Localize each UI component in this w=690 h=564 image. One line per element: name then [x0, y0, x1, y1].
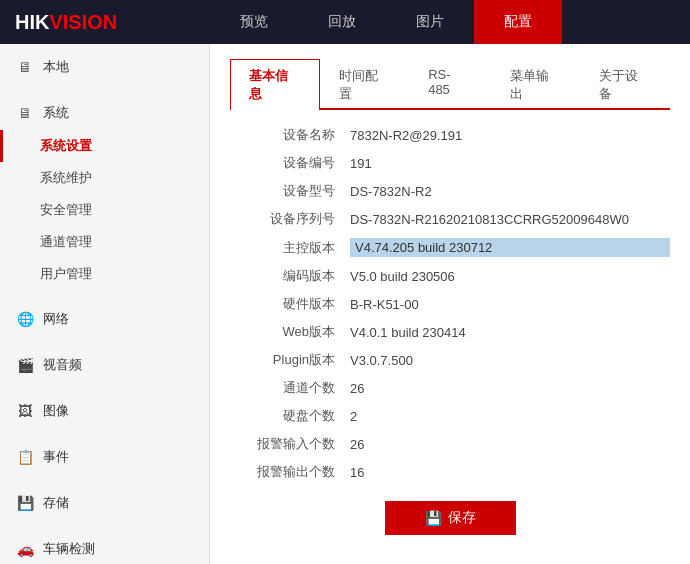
info-row-device-no: 设备编号191	[230, 154, 670, 172]
tab-time[interactable]: 时间配置	[320, 59, 410, 110]
sidebar-sub-item-user-management[interactable]: 用户管理	[0, 258, 209, 290]
tab-about[interactable]: 关于设备	[580, 59, 670, 110]
info-row-encode-version: 编码版本V5.0 build 230506	[230, 267, 670, 285]
info-value-hardware-version: B-R-K51-00	[350, 297, 670, 312]
sidebar-sub-item-security-management[interactable]: 安全管理	[0, 194, 209, 226]
info-row-device-name: 设备名称7832N-R2@29.191	[230, 126, 670, 144]
logo-hik: HIK	[15, 11, 49, 34]
info-label-hardware-version: 硬件版本	[230, 295, 350, 313]
vehicle-icon: 🚗	[15, 541, 35, 557]
info-label-alarm-output: 报警输出个数	[230, 463, 350, 481]
sidebar-group-vehicle: 🚗车辆检测	[0, 526, 209, 564]
info-row-hardware-version: 硬件版本B-R-K51-00	[230, 295, 670, 313]
sidebar-group-video: 🎬视音频	[0, 342, 209, 388]
info-label-device-no: 设备编号	[230, 154, 350, 172]
sidebar-group-image: 🖼图像	[0, 388, 209, 434]
main-content: 基本信息时间配置RS-485菜单输出关于设备 设备名称7832N-R2@29.1…	[210, 44, 690, 564]
sidebar-item-label-local: 本地	[43, 58, 69, 76]
info-label-device-model: 设备型号	[230, 182, 350, 200]
info-row-plugin-version: Plugin版本V3.0.7.500	[230, 351, 670, 369]
sidebar-item-label-storage: 存储	[43, 494, 69, 512]
sidebar-sub-item-channel-management[interactable]: 通道管理	[0, 226, 209, 258]
tab-basic[interactable]: 基本信息	[230, 59, 320, 110]
info-value-plugin-version: V3.0.7.500	[350, 353, 670, 368]
sidebar-group-event: 📋事件	[0, 434, 209, 480]
info-value-master-version: V4.74.205 build 230712	[350, 238, 670, 257]
sidebar-sub-item-system-settings[interactable]: 系统设置	[0, 130, 209, 162]
sidebar-group-local: 🖥本地	[0, 44, 209, 90]
save-icon: 💾	[425, 510, 442, 526]
info-row-device-model: 设备型号DS-7832N-R2	[230, 182, 670, 200]
info-label-encode-version: 编码版本	[230, 267, 350, 285]
save-label: 保存	[448, 509, 476, 527]
local-icon: 🖥	[15, 59, 35, 75]
sidebar-group-system: 🖥系统系统设置系统维护安全管理通道管理用户管理	[0, 90, 209, 296]
system-icon: 🖥	[15, 105, 35, 121]
sidebar-item-event[interactable]: 📋事件	[0, 440, 209, 474]
info-value-device-serial: DS-7832N-R21620210813CCRRG52009648W0	[350, 212, 670, 227]
info-value-device-model: DS-7832N-R2	[350, 184, 670, 199]
info-value-device-no: 191	[350, 156, 670, 171]
info-label-master-version: 主控版本	[230, 239, 350, 257]
info-row-master-version: 主控版本V4.74.205 build 230712	[230, 238, 670, 257]
event-icon: 📋	[15, 449, 35, 465]
info-value-alarm-output: 16	[350, 465, 670, 480]
network-icon: 🌐	[15, 311, 35, 327]
sidebar-item-label-system: 系统	[43, 104, 69, 122]
info-value-channel-count: 26	[350, 381, 670, 396]
logo-vision: VISION	[49, 11, 117, 34]
sidebar: 🖥本地🖥系统系统设置系统维护安全管理通道管理用户管理🌐网络🎬视音频🖼图像📋事件💾…	[0, 44, 210, 564]
sidebar-sub-item-system-maintenance[interactable]: 系统维护	[0, 162, 209, 194]
info-label-web-version: Web版本	[230, 323, 350, 341]
info-label-device-serial: 设备序列号	[230, 210, 350, 228]
sidebar-group-network: 🌐网络	[0, 296, 209, 342]
nav-items: 预览回放图片配置	[210, 0, 690, 44]
info-label-channel-count: 通道个数	[230, 379, 350, 397]
tab-rs485[interactable]: RS-485	[409, 59, 491, 110]
nav-item-preview[interactable]: 预览	[210, 0, 298, 44]
info-value-alarm-input: 26	[350, 437, 670, 452]
info-row-alarm-output: 报警输出个数16	[230, 463, 670, 481]
sidebar-item-video[interactable]: 🎬视音频	[0, 348, 209, 382]
info-label-hdd-count: 硬盘个数	[230, 407, 350, 425]
info-value-device-name: 7832N-R2@29.191	[350, 128, 670, 143]
sidebar-group-storage: 💾存储	[0, 480, 209, 526]
tabs-container: 基本信息时间配置RS-485菜单输出关于设备	[230, 59, 670, 110]
nav-item-playback[interactable]: 回放	[298, 0, 386, 44]
info-label-alarm-input: 报警输入个数	[230, 435, 350, 453]
sidebar-item-system[interactable]: 🖥系统	[0, 96, 209, 130]
info-row-channel-count: 通道个数26	[230, 379, 670, 397]
image-icon: 🖼	[15, 403, 35, 419]
video-icon: 🎬	[15, 357, 35, 373]
info-value-encode-version: V5.0 build 230506	[350, 269, 670, 284]
info-value-web-version: V4.0.1 build 230414	[350, 325, 670, 340]
info-row-hdd-count: 硬盘个数2	[230, 407, 670, 425]
info-label-plugin-version: Plugin版本	[230, 351, 350, 369]
sidebar-item-label-image: 图像	[43, 402, 69, 420]
sidebar-item-vehicle[interactable]: 🚗车辆检测	[0, 532, 209, 564]
layout: 🖥本地🖥系统系统设置系统维护安全管理通道管理用户管理🌐网络🎬视音频🖼图像📋事件💾…	[0, 44, 690, 564]
sidebar-item-network[interactable]: 🌐网络	[0, 302, 209, 336]
sidebar-item-image[interactable]: 🖼图像	[0, 394, 209, 428]
top-nav: HIKVISION 预览回放图片配置	[0, 0, 690, 44]
sidebar-item-label-network: 网络	[43, 310, 69, 328]
sidebar-item-label-event: 事件	[43, 448, 69, 466]
save-area: 💾 保存	[230, 501, 670, 545]
save-button[interactable]: 💾 保存	[385, 501, 516, 535]
info-value-hdd-count: 2	[350, 409, 670, 424]
sidebar-item-label-vehicle: 车辆检测	[43, 540, 95, 558]
info-row-device-serial: 设备序列号DS-7832N-R21620210813CCRRG52009648W…	[230, 210, 670, 228]
logo-area: HIKVISION	[0, 11, 210, 34]
info-row-web-version: Web版本V4.0.1 build 230414	[230, 323, 670, 341]
info-label-device-name: 设备名称	[230, 126, 350, 144]
storage-icon: 💾	[15, 495, 35, 511]
tab-menu-output[interactable]: 菜单输出	[491, 59, 581, 110]
nav-item-picture[interactable]: 图片	[386, 0, 474, 44]
info-row-alarm-input: 报警输入个数26	[230, 435, 670, 453]
info-table: 设备名称7832N-R2@29.191设备编号191设备型号DS-7832N-R…	[230, 126, 670, 481]
sidebar-item-local[interactable]: 🖥本地	[0, 50, 209, 84]
sidebar-item-storage[interactable]: 💾存储	[0, 486, 209, 520]
nav-item-config[interactable]: 配置	[474, 0, 562, 44]
sidebar-item-label-video: 视音频	[43, 356, 82, 374]
